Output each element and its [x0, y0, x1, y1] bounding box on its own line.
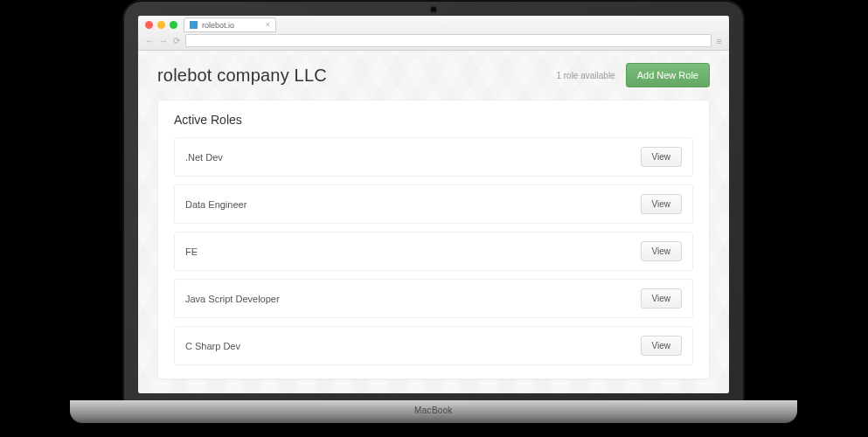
reload-icon[interactable]: ⟳ — [173, 37, 180, 45]
role-available-text: 1 role available — [556, 71, 615, 80]
laptop-base: MacBook — [70, 400, 797, 423]
view-role-button[interactable]: View — [641, 336, 683, 356]
laptop-camera — [431, 7, 436, 12]
add-new-role-button[interactable]: Add New Role — [626, 63, 710, 87]
view-role-button[interactable]: View — [641, 194, 683, 214]
laptop-brand-label: MacBook — [414, 406, 453, 415]
role-name: C Sharp Dev — [185, 341, 240, 351]
back-icon[interactable]: ← — [145, 37, 154, 45]
view-role-button[interactable]: View — [641, 288, 683, 309]
page-header: rolebot company LLC 1 role available Add… — [157, 63, 710, 87]
maximize-window-icon[interactable] — [170, 21, 177, 29]
role-name: Java Script Developer — [185, 294, 280, 304]
address-bar[interactable] — [185, 34, 712, 47]
laptop-screen: rolebot.io × ← → ⟳ ≡ rolebot company LLC… — [138, 16, 729, 393]
role-row: C Sharp Dev View — [174, 326, 693, 365]
browser-tab[interactable]: rolebot.io × — [184, 17, 276, 32]
favicon-icon — [190, 21, 198, 29]
forward-icon[interactable]: → — [159, 37, 168, 45]
active-roles-panel: Active Roles .Net Dev View Data Engineer… — [157, 100, 710, 379]
window-controls — [145, 21, 177, 29]
browser-nav-row: ← → ⟳ ≡ — [145, 33, 722, 48]
tab-title: rolebot.io — [202, 21, 234, 30]
role-row: Data Engineer View — [174, 184, 693, 224]
role-row: .Net Dev View — [174, 137, 693, 177]
tab-close-icon[interactable]: × — [266, 21, 270, 29]
company-title: rolebot company LLC — [157, 66, 327, 86]
menu-icon[interactable]: ≡ — [717, 36, 722, 46]
role-name: Data Engineer — [185, 199, 247, 210]
close-window-icon[interactable] — [145, 21, 153, 29]
role-name: .Net Dev — [185, 152, 223, 163]
panel-title: Active Roles — [174, 113, 693, 127]
browser-chrome: rolebot.io × ← → ⟳ ≡ — [138, 16, 729, 51]
page-content: rolebot company LLC 1 role available Add… — [138, 51, 729, 393]
view-role-button[interactable]: View — [641, 241, 683, 261]
laptop-frame: rolebot.io × ← → ⟳ ≡ rolebot company LLC… — [122, 0, 745, 402]
role-name: FE — [185, 246, 198, 257]
minimize-window-icon[interactable] — [157, 21, 165, 29]
role-row: FE View — [174, 232, 693, 271]
role-row: Java Script Developer View — [174, 279, 693, 318]
view-role-button[interactable]: View — [641, 147, 683, 167]
